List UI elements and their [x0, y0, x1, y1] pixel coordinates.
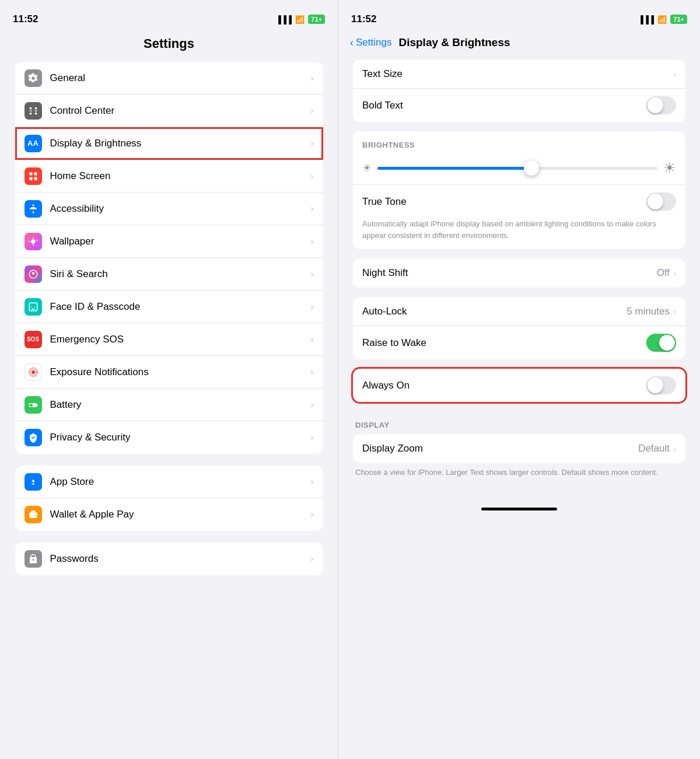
night-shift-chevron: › — [673, 268, 676, 278]
emergency-sos-icon: SOS — [24, 331, 42, 348]
face-id-label: Face ID & Passcode — [50, 301, 311, 313]
control-center-label: Control Center — [50, 105, 311, 117]
raise-to-wake-thumb — [659, 335, 675, 351]
display-zoom-card: Display Zoom Default › — [353, 434, 685, 463]
settings-row-exposure[interactable]: Exposure Notifications › — [15, 356, 323, 389]
raise-to-wake-label: Raise to Wake — [362, 337, 646, 349]
battery-badge-right: 71+ — [670, 15, 687, 24]
settings-row-control-center[interactable]: Control Center › — [15, 95, 323, 127]
settings-row-battery[interactable]: Battery › — [15, 389, 323, 421]
raise-to-wake-row[interactable]: Raise to Wake — [353, 326, 685, 359]
svg-rect-8 — [29, 177, 32, 180]
display-zoom-value: Default — [638, 443, 670, 454]
settings-card-main: General › Control Center › AA Display & … — [15, 62, 323, 454]
wallet-chevron: › — [310, 509, 313, 520]
home-screen-icon — [24, 167, 42, 185]
always-on-toggle[interactable] — [646, 376, 676, 394]
bold-text-toggle[interactable] — [646, 96, 676, 114]
display-zoom-row[interactable]: Display Zoom Default › — [353, 434, 685, 463]
always-on-row[interactable]: Always On — [353, 369, 685, 402]
status-icons-left: ▐▐▐ 📶 71+ — [276, 15, 325, 24]
passwords-label: Passwords — [50, 553, 311, 565]
true-tone-label: True Tone — [362, 196, 646, 208]
settings-row-wallpaper[interactable]: Wallpaper › — [15, 225, 323, 258]
privacy-label: Privacy & Security — [50, 432, 311, 443]
auto-lock-row[interactable]: Auto-Lock 5 minutes › — [353, 297, 685, 326]
brightness-thumb — [524, 160, 539, 176]
true-tone-description: Automatically adapt iPhone display based… — [353, 218, 685, 249]
brightness-slider[interactable] — [377, 167, 657, 170]
siri-icon — [24, 265, 42, 283]
sun-small-icon: ☀ — [362, 162, 372, 174]
time-left: 11:52 — [13, 13, 38, 25]
control-center-chevron: › — [310, 106, 313, 116]
always-on-thumb — [648, 377, 663, 393]
battery-icon — [24, 396, 42, 414]
exposure-chevron: › — [310, 367, 313, 377]
settings-row-passwords[interactable]: Passwords › — [15, 543, 323, 575]
svg-point-10 — [32, 204, 34, 206]
back-button[interactable]: Settings — [356, 37, 391, 48]
true-tone-toggle[interactable] — [646, 193, 676, 211]
general-chevron: › — [310, 73, 313, 83]
passwords-icon — [24, 550, 42, 568]
wallet-icon — [24, 506, 42, 523]
sun-large-icon: ☀ — [663, 160, 676, 176]
svg-rect-7 — [34, 172, 37, 175]
true-tone-row[interactable]: True Tone — [353, 184, 685, 218]
svg-point-11 — [31, 239, 36, 244]
display-zoom-description: Choose a view for iPhone. Larger Text sh… — [353, 467, 685, 487]
status-bar-left: 11:52 ▐▐▐ 📶 71+ — [0, 0, 338, 32]
night-shift-value: Off — [657, 267, 670, 279]
display-zoom-label: Display Zoom — [362, 443, 638, 454]
brightness-row: ☀ ☀ — [353, 154, 685, 184]
svg-point-12 — [32, 370, 35, 374]
always-on-label: Always On — [362, 380, 646, 391]
nav-header: ‹ Settings Display & Brightness — [338, 32, 700, 60]
display-section-header: DISPLAY — [353, 411, 685, 434]
sos-text: SOS — [27, 336, 39, 342]
wallet-label: Wallet & Apple Pay — [50, 509, 311, 520]
auto-lock-card: Auto-Lock 5 minutes › Raise to Wake — [353, 297, 685, 359]
status-bar-right: 11:52 ▐▐▐ 📶 71+ — [338, 0, 700, 32]
brightness-card: BRIGHTNESS ☀ ☀ True Tone Automatically a… — [353, 131, 685, 249]
text-size-chevron: › — [673, 69, 676, 79]
svg-rect-5 — [34, 110, 37, 111]
settings-row-general[interactable]: General › — [15, 62, 323, 95]
settings-row-face-id[interactable]: Face ID & Passcode › — [15, 291, 323, 323]
settings-row-emergency-sos[interactable]: SOS Emergency SOS › — [15, 323, 323, 356]
home-screen-chevron: › — [310, 171, 313, 181]
text-size-row[interactable]: Text Size › — [353, 60, 685, 89]
auto-lock-label: Auto-Lock — [362, 306, 626, 317]
settings-row-home-screen[interactable]: Home Screen › — [15, 160, 323, 193]
settings-row-app-store[interactable]: App Store › — [15, 466, 323, 498]
display-section: DISPLAY Display Zoom Default › Choose a … — [353, 411, 685, 487]
exposure-icon — [24, 363, 42, 381]
settings-row-display-brightness[interactable]: AA Display & Brightness › — [15, 127, 323, 160]
settings-row-siri-search[interactable]: Siri & Search › — [15, 258, 323, 291]
status-icons-right: ▐▐▐ 📶 71+ — [638, 15, 687, 24]
general-label: General — [50, 72, 311, 84]
right-screen-title: Display & Brightness — [398, 36, 510, 49]
control-center-icon — [24, 102, 42, 120]
right-scroll-content: Text Size › Bold Text BRIGHTNESS ☀ ☀ — [338, 60, 700, 498]
face-id-chevron: › — [310, 302, 313, 312]
left-panel: 11:52 ▐▐▐ 📶 71+ Settings General › Contr… — [0, 0, 338, 759]
emergency-sos-label: Emergency SOS — [50, 334, 311, 345]
settings-row-wallet[interactable]: Wallet & Apple Pay › — [15, 498, 323, 531]
svg-rect-17 — [29, 404, 32, 407]
svg-point-0 — [29, 107, 32, 109]
auto-lock-chevron: › — [673, 306, 676, 316]
night-shift-row[interactable]: Night Shift Off › — [353, 258, 685, 288]
brightness-fill — [377, 167, 531, 170]
home-indicator — [481, 508, 557, 510]
back-chevron-icon: ‹ — [350, 37, 354, 49]
settings-row-accessibility[interactable]: Accessibility › — [15, 193, 323, 225]
bold-text-row[interactable]: Bold Text — [353, 89, 685, 122]
time-right: 11:52 — [351, 13, 376, 25]
accessibility-icon — [24, 200, 42, 218]
raise-to-wake-toggle[interactable] — [646, 334, 676, 352]
battery-chevron: › — [310, 400, 313, 410]
privacy-chevron: › — [310, 432, 313, 443]
settings-row-privacy[interactable]: Privacy & Security › — [15, 421, 323, 454]
